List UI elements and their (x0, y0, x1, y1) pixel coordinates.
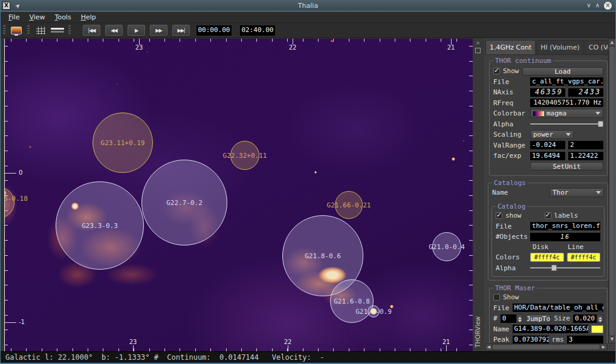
catalog-alpha-slider[interactable] (530, 264, 600, 271)
display-tool-button[interactable] (9, 25, 24, 36)
toolbar-drag-handle[interactable] (27, 25, 30, 35)
load-button[interactable]: Load (522, 67, 604, 76)
peak-label: Peak (493, 336, 510, 343)
time-current-display[interactable]: 00:00.00 (196, 25, 232, 36)
maximize-icon[interactable]: ∧ (595, 2, 600, 8)
continuum-alpha-slider[interactable] (530, 120, 603, 128)
group-title: Catalogs (492, 179, 528, 187)
axis-tick (303, 39, 303, 42)
rfreq-field[interactable]: 1420405751.770 Hz (530, 99, 603, 107)
catalog-source-label: G21.0-0.4 (429, 243, 465, 251)
axis-tick (5, 46, 8, 47)
axis-tick (5, 166, 8, 166)
media-rewind-button[interactable]: ◀◀ (105, 25, 123, 36)
continuum-show-checkbox[interactable] (493, 68, 500, 74)
scroll-up-icon[interactable]: ▲ (609, 39, 615, 46)
setunit-button[interactable]: SetUnit (530, 162, 603, 171)
maser-index-value: 0 (501, 314, 516, 323)
media-play-button[interactable]: ▶ (128, 25, 145, 36)
window-title: Thalia (1, 2, 615, 10)
maser-file-field[interactable]: HOR/Data/table_oh_all_gal.txt (513, 304, 604, 312)
media-skip-start-button[interactable]: |◀◀ (83, 25, 100, 36)
scrollbar-thumb[interactable] (493, 345, 600, 349)
menu-tools[interactable]: Tools (51, 12, 76, 22)
tab-1-4ghz-cont[interactable]: 1.4GHz Cont (485, 40, 536, 54)
maser-index-label: # (493, 314, 498, 322)
valrange-label: ValRange (493, 141, 527, 149)
catalog-circle-g21-5-0-9 (368, 305, 380, 317)
exp-field[interactable]: 1.22422 (568, 152, 603, 160)
toolbar-drag-handle[interactable] (68, 25, 71, 35)
axis-label-bottom: 21 (443, 339, 450, 345)
scroll-right-icon[interactable]: ▶ (600, 344, 607, 350)
scroll-left-icon[interactable]: ◀ (485, 344, 492, 350)
size-value: 0.020 (573, 314, 597, 323)
catalog-name-dropdown[interactable]: Thor (550, 188, 604, 197)
panel-vertical-scrollbar[interactable]: ▲ ▼ (608, 39, 616, 343)
media-skip-end-button[interactable]: ▶▶| (172, 25, 190, 36)
levels-tool-button[interactable] (50, 25, 65, 36)
time-end-display[interactable]: 02:40.00 (240, 25, 275, 36)
catalog-source-label: 5-0.18 (4, 195, 28, 203)
size-spinner[interactable]: 0.020 (573, 314, 603, 323)
dock-close-icon[interactable]: × (475, 41, 481, 46)
scaling-dropdown[interactable]: power (530, 130, 574, 139)
axis-tick (210, 39, 211, 42)
maser-color-swatch[interactable] (591, 325, 603, 333)
axis-tick (241, 39, 242, 42)
rms-field[interactable]: 3 (567, 336, 603, 344)
slider-handle[interactable] (551, 265, 557, 271)
group-catalogs: Catalogs Name Thor Catalog sh (488, 183, 608, 281)
jumpto-button[interactable]: JumpTo (526, 314, 551, 323)
group-title: THOR Maser (493, 284, 537, 292)
menu-view[interactable]: View (25, 12, 49, 22)
toolbar-drag-handle[interactable] (3, 25, 5, 35)
plot-canvas[interactable]: 2322212322210-1G23.11+0.19G22.32+0.115-0… (4, 39, 473, 351)
menu-file[interactable]: File (4, 12, 24, 22)
spinner-arrows-icon[interactable] (516, 314, 523, 323)
scrollbar-thumb[interactable] (609, 47, 615, 336)
colorbar-value: magma (546, 109, 566, 117)
fac-field[interactable]: 19.6494 (530, 152, 565, 160)
continuum-alpha-label: Alpha (493, 120, 527, 128)
axis-tick (133, 345, 134, 351)
maser-show-checkbox[interactable] (493, 294, 500, 301)
media-forward-button[interactable]: ▶▶ (150, 25, 167, 36)
axis-tick (256, 39, 257, 42)
catalog-file-label: File (496, 223, 527, 230)
grid-tool-button[interactable] (33, 25, 48, 36)
maser-name-field[interactable]: G14.389-0.020-1665A (513, 325, 589, 333)
valrange-max-field[interactable]: 2 (568, 141, 603, 149)
slider-handle[interactable] (598, 121, 603, 127)
line-color-button[interactable]: #ffff4c (567, 253, 601, 262)
colorbar-dropdown[interactable]: magma (530, 109, 603, 118)
menu-help[interactable]: Help (77, 12, 100, 22)
axis-label-left: 0 (19, 169, 22, 176)
disk-column-label: Disk (530, 243, 565, 251)
axis-tick (395, 39, 395, 42)
disk-color-button[interactable]: #ffff4c (530, 253, 564, 262)
dock-float-icon[interactable] (475, 48, 481, 53)
chevron-down-icon (566, 133, 571, 138)
close-icon[interactable]: × (604, 2, 612, 10)
facexp-label: fac/exp (493, 152, 527, 160)
workspace: 2322212322210-1G23.11+0.19G22.32+0.115-0… (1, 38, 615, 351)
rms-label: rms (552, 336, 564, 343)
axis-label-top: 22 (289, 44, 297, 51)
naxis1-lcd: 46359 (530, 88, 565, 97)
group-title: Catalog (496, 203, 527, 210)
axis-tick (5, 322, 16, 323)
catalog-file-field[interactable]: thor_snrs_loren.fits (530, 222, 600, 230)
scroll-down-icon[interactable]: ▼ (609, 336, 615, 343)
catalog-labels-checkbox[interactable] (545, 212, 551, 219)
tab-hi-volume-[interactable]: HI (Volume) (536, 40, 584, 54)
continuum-file-field[interactable]: c_all_ft_vgps_car.fits (530, 77, 603, 86)
spinner-arrows-icon[interactable] (597, 314, 603, 323)
valrange-min-field[interactable]: -0.024 (530, 141, 565, 149)
peak-field[interactable]: 0.0730792 (513, 336, 549, 344)
scaling-value: power (533, 131, 553, 138)
catalog-show-checkbox[interactable] (496, 212, 502, 219)
minimize-icon[interactable]: ∨ (586, 2, 591, 8)
panel-horizontal-scrollbar[interactable]: ◀ ▶ (485, 343, 608, 351)
maser-index-spinner[interactable]: 0 (501, 314, 523, 323)
